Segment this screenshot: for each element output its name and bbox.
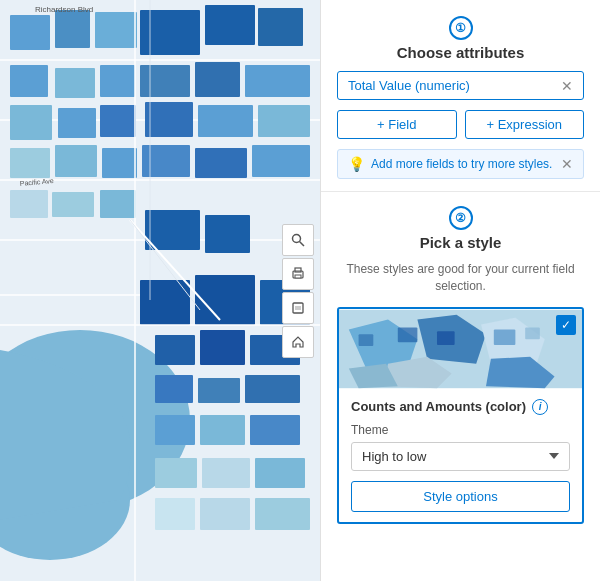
section1-title: Choose attributes: [397, 44, 525, 61]
section-attributes: ① Choose attributes Total Value (numeric…: [321, 0, 600, 192]
svg-text:Richardson Blvd: Richardson Blvd: [35, 5, 93, 14]
svg-rect-50: [202, 458, 250, 488]
svg-rect-43: [155, 375, 193, 403]
style-description: These styles are good for your current f…: [337, 261, 584, 295]
svg-rect-49: [155, 458, 197, 488]
svg-rect-24: [245, 65, 310, 97]
svg-rect-26: [58, 108, 96, 138]
section-style: ② Pick a style These styles are good for…: [321, 192, 600, 581]
svg-rect-39: [100, 190, 136, 218]
map-panel: Richardson Blvd Pacific Ave: [0, 0, 320, 581]
lightbulb-icon: 💡: [348, 156, 365, 172]
svg-rect-47: [200, 415, 245, 445]
section2-title: Pick a style: [420, 234, 502, 251]
svg-rect-80: [494, 329, 516, 345]
style-options-btn[interactable]: Style options: [351, 481, 570, 512]
svg-rect-41: [200, 330, 245, 365]
svg-rect-31: [10, 148, 50, 178]
svg-rect-78: [398, 327, 418, 342]
svg-rect-9: [205, 5, 255, 45]
svg-rect-77: [359, 334, 374, 346]
svg-rect-46: [155, 415, 195, 445]
svg-rect-30: [258, 105, 310, 137]
style-card: ✓ Counts and Amounts (color) i Theme Hig…: [337, 307, 584, 524]
svg-rect-33: [102, 148, 137, 178]
svg-rect-14: [195, 275, 255, 325]
home-btn[interactable]: [282, 326, 314, 358]
step1-circle: ①: [449, 16, 473, 40]
svg-rect-21: [100, 65, 135, 97]
svg-rect-25: [10, 105, 52, 140]
svg-rect-18: [95, 12, 137, 48]
svg-rect-37: [10, 190, 48, 218]
svg-rect-17: [55, 10, 90, 48]
svg-rect-36: [252, 145, 310, 177]
info-style-btn[interactable]: i: [532, 399, 548, 415]
svg-rect-28: [145, 102, 193, 137]
step1-header: ① Choose attributes: [337, 16, 584, 61]
svg-rect-45: [245, 375, 300, 403]
style-card-title-row: Counts and Amounts (color) i: [351, 399, 570, 415]
svg-rect-34: [142, 145, 190, 177]
svg-rect-32: [55, 145, 97, 177]
svg-rect-44: [198, 378, 240, 403]
svg-rect-20: [55, 68, 95, 98]
fullscreen-btn[interactable]: [282, 292, 314, 324]
attribute-tag-text: Total Value (numeric): [348, 78, 470, 93]
search-map-btn[interactable]: [282, 224, 314, 256]
svg-rect-8: [140, 10, 200, 55]
svg-rect-53: [200, 498, 250, 530]
style-card-body: Counts and Amounts (color) i Theme High …: [339, 389, 582, 522]
svg-rect-40: [155, 335, 195, 365]
add-field-btn[interactable]: + Field: [337, 110, 457, 139]
svg-rect-16: [10, 15, 50, 50]
svg-rect-48: [250, 415, 300, 445]
style-card-title: Counts and Amounts (color): [351, 399, 526, 414]
svg-rect-81: [525, 327, 540, 339]
close-info-btn[interactable]: ✕: [561, 157, 573, 171]
step2-header: ② Pick a style: [337, 206, 584, 251]
attribute-tag: Total Value (numeric) ✕: [337, 71, 584, 100]
step2-circle: ②: [449, 206, 473, 230]
right-panel: ① Choose attributes Total Value (numeric…: [320, 0, 600, 581]
svg-rect-38: [52, 192, 94, 217]
style-card-thumbnail: ✓: [339, 309, 582, 389]
svg-rect-23: [195, 62, 240, 97]
style-selected-check: ✓: [556, 315, 576, 335]
svg-rect-12: [205, 215, 250, 253]
svg-rect-10: [258, 8, 303, 46]
print-btn[interactable]: [282, 258, 314, 290]
add-buttons-row: + Field + Expression: [337, 110, 584, 139]
svg-rect-79: [437, 331, 455, 345]
svg-rect-27: [100, 105, 136, 137]
svg-rect-22: [140, 65, 190, 97]
svg-rect-11: [145, 210, 200, 250]
svg-rect-29: [198, 105, 253, 137]
add-expression-btn[interactable]: + Expression: [465, 110, 585, 139]
svg-rect-35: [195, 148, 247, 178]
svg-rect-52: [155, 498, 195, 530]
svg-rect-19: [10, 65, 48, 97]
svg-point-63: [293, 234, 301, 242]
svg-rect-69: [295, 306, 301, 310]
info-bar-text: Add more fields to try more styles.: [371, 157, 555, 171]
info-bar: 💡 Add more fields to try more styles. ✕: [337, 149, 584, 179]
svg-line-64: [300, 241, 305, 246]
svg-rect-51: [255, 458, 305, 488]
map-toolbar: [282, 224, 314, 358]
theme-select[interactable]: High to low Low to high Above and below …: [351, 442, 570, 471]
theme-label: Theme: [351, 423, 570, 437]
svg-rect-54: [255, 498, 310, 530]
close-attribute-btn[interactable]: ✕: [561, 79, 573, 93]
svg-rect-67: [295, 275, 301, 278]
